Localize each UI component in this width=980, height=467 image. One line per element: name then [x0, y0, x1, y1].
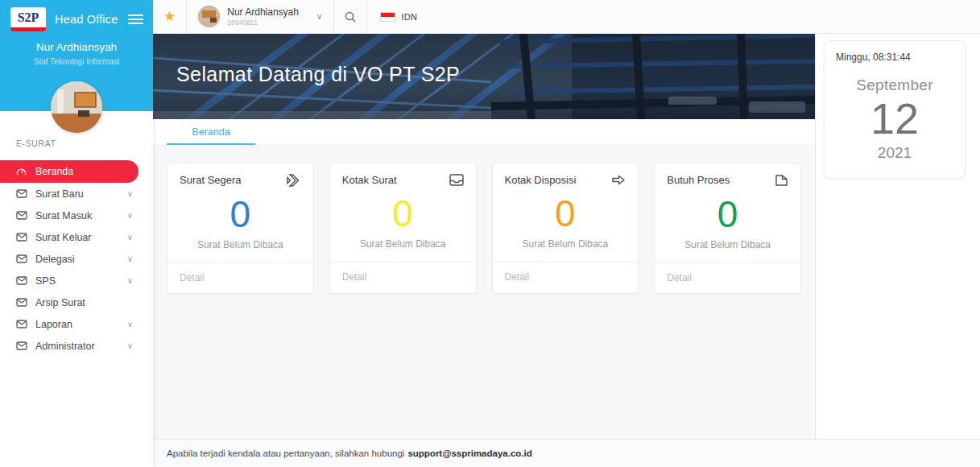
sidebar-item-label: Arsip Surat	[35, 297, 153, 308]
card-title: Butuh Proses	[667, 174, 730, 186]
chevron-down-icon: ∨	[127, 233, 133, 242]
sidebar-item-surat-keluar[interactable]: Surat Keluar ∨	[0, 226, 153, 248]
main-column: ★ Nur Ardhiansyah 18940821 ∨	[153, 0, 980, 467]
indonesia-flag-icon	[380, 12, 395, 22]
sidebar: S2P Head Office Nur Ardhiansyah Staf Tek…	[0, 0, 153, 467]
sidebar-menu: Beranda Surat Baru ∨ Surat Masuk ∨	[0, 160, 153, 357]
month-label: September	[836, 76, 953, 94]
search-button[interactable]	[334, 10, 366, 23]
card-detail-link[interactable]: Detail	[493, 262, 639, 292]
sidebar-item-label: Beranda	[35, 166, 139, 177]
topbar: ★ Nur Ardhiansyah 18940821 ∨	[153, 0, 980, 34]
sidebar-item-label: Delegasi	[35, 254, 127, 265]
sidebar-item-label: Surat Masuk	[35, 210, 127, 221]
app-window: S2P Head Office Nur Ardhiansyah Staf Tek…	[0, 0, 980, 467]
card-count: 0	[330, 194, 476, 233]
envelope-icon	[16, 254, 28, 264]
sidebar-item-sps[interactable]: SPS ∨	[0, 270, 153, 291]
sidebar-item-laporan[interactable]: Laporan ∨	[0, 313, 153, 335]
topbar-user-menu[interactable]: Nur Ardhiansyah 18940821 ∨	[187, 6, 333, 27]
sidebar-item-surat-baru[interactable]: Surat Baru ∨	[0, 183, 153, 205]
sidebar-user-role: Staf Teknologi Informasi	[0, 57, 153, 66]
file-icon	[775, 174, 788, 190]
card-title: Kotak Disposisi	[505, 174, 577, 186]
star-icon[interactable]: ★	[163, 8, 176, 25]
sidebar-item-administrator[interactable]: Administrator ∨	[0, 335, 153, 357]
day-time-label: Minggu, 08:31:44	[836, 52, 953, 63]
sidebar-item-delegasi[interactable]: Delegasi ∨	[0, 248, 153, 270]
envelope-icon	[16, 298, 28, 308]
summary-cards: Surat Segera 0 Surat Belum Dibaca	[167, 163, 801, 294]
language-label: IDN	[401, 12, 417, 22]
chevron-down-icon: ∨	[316, 12, 322, 21]
card-count: 0	[493, 194, 639, 233]
envelope-icon	[16, 320, 28, 329]
chevron-down-icon: ∨	[127, 276, 133, 285]
sidebar-item-label: Surat Keluar	[35, 232, 127, 243]
search-icon	[344, 10, 357, 23]
s2p-logo: S2P	[10, 7, 46, 31]
sidebar-section-label: E-SURAT	[0, 138, 153, 148]
sidebar-item-arsip-surat[interactable]: Arsip Surat	[0, 291, 153, 313]
card-title: Kotak Surat	[342, 174, 397, 186]
envelope-icon	[16, 341, 28, 351]
topbar-user-id: 18940821	[227, 19, 299, 27]
content-area: Selamat Datang di VO PT S2P Beranda Sura…	[153, 34, 815, 439]
card-kotak-surat: Kotak Surat 0 Surat Belum Dibaca Detail	[329, 163, 477, 294]
office-label: Head Office	[55, 13, 128, 26]
chevron-down-icon: ∨	[127, 254, 133, 263]
sidebar-avatar	[51, 81, 102, 133]
chevron-down-icon: ∨	[127, 320, 133, 329]
support-email-link[interactable]: support@ssprimadaya.co.id	[407, 448, 531, 458]
card-detail-link[interactable]: Detail	[330, 262, 476, 292]
date-widget: Minggu, 08:31:44 September 12 2021	[824, 40, 966, 179]
sidebar-item-label: Administrator	[35, 341, 127, 352]
inbox-icon	[449, 174, 464, 189]
card-detail-link[interactable]: Detail	[655, 262, 800, 293]
envelope-icon	[16, 276, 28, 286]
s2p-logo-red-bar	[10, 27, 46, 31]
right-panel: Minggu, 08:31:44 September 12 2021	[815, 34, 980, 439]
arrow-right-icon	[611, 174, 626, 189]
footer-text: Apabila terjadi kendala atau pertanyaan,…	[167, 448, 404, 458]
double-arrow-icon	[287, 174, 301, 190]
card-surat-segera: Surat Segera 0 Surat Belum Dibaca	[167, 163, 314, 294]
tabbar: Beranda	[153, 119, 815, 146]
card-caption: Surat Belum Dibaca	[493, 238, 639, 250]
footer: Apabila terjadi kendala atau pertanyaan,…	[153, 439, 980, 467]
card-count: 0	[655, 195, 800, 234]
sidebar-user-name: Nur Ardhiansyah	[0, 41, 153, 53]
topbar-avatar	[198, 6, 220, 27]
sidebar-item-surat-masuk[interactable]: Surat Masuk ∨	[0, 205, 153, 226]
card-kotak-disposisi: Kotak Disposisi 0 Surat Belum Dibaca Det…	[492, 163, 639, 294]
card-detail-link[interactable]: Detail	[167, 262, 313, 293]
chevron-down-icon: ∨	[127, 211, 133, 220]
card-caption: Surat Belum Dibaca	[167, 239, 313, 250]
sidebar-item-label: Surat Baru	[35, 188, 127, 200]
content-body: Surat Segera 0 Surat Belum Dibaca	[153, 146, 815, 439]
sidebar-item-label: Laporan	[35, 319, 127, 330]
hero-banner: Selamat Datang di VO PT S2P	[153, 34, 815, 119]
envelope-icon	[16, 233, 28, 242]
s2p-logo-text: S2P	[10, 10, 46, 26]
year-label: 2021	[836, 144, 953, 162]
card-caption: Surat Belum Dibaca	[330, 238, 476, 250]
sidebar-item-label: SPS	[35, 275, 127, 287]
topbar-user-name: Nur Ardhiansyah	[227, 6, 299, 18]
language-selector[interactable]: IDN	[367, 12, 430, 22]
card-caption: Surat Belum Dibaca	[655, 239, 800, 250]
card-butuh-proses: Butuh Proses 0 Surat Belum Dibaca Detail	[654, 163, 801, 294]
chevron-down-icon: ∨	[127, 341, 133, 350]
hamburger-menu-icon[interactable]	[128, 10, 143, 28]
chevron-down-icon: ∨	[127, 189, 133, 198]
dashboard-icon	[16, 167, 28, 176]
sidebar-item-beranda[interactable]: Beranda	[0, 160, 139, 183]
tab-beranda[interactable]: Beranda	[167, 119, 255, 145]
envelope-icon	[16, 211, 28, 221]
sidebar-header: S2P Head Office Nur Ardhiansyah Staf Tek…	[0, 0, 153, 111]
card-count: 0	[167, 195, 313, 234]
card-title: Surat Segera	[180, 174, 242, 186]
date-number: 12	[836, 96, 953, 142]
envelope-icon	[16, 189, 28, 199]
hero-title: Selamat Datang di VO PT S2P	[176, 63, 460, 86]
